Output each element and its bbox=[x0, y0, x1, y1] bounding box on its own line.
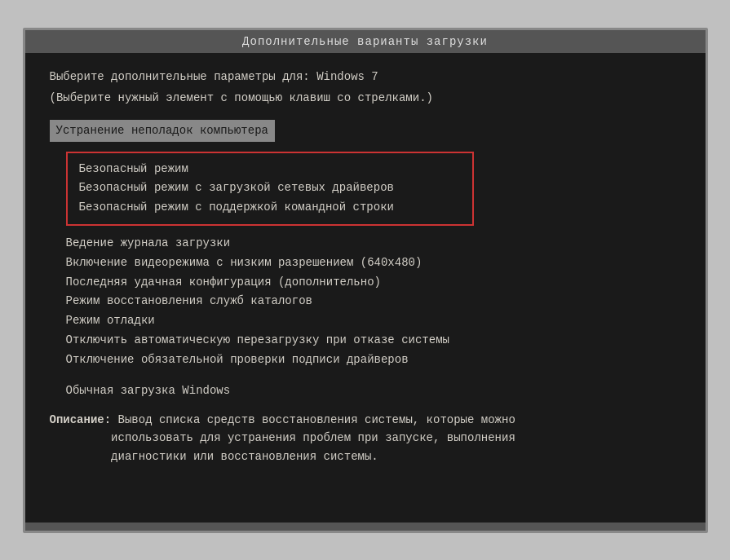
highlighted-menu-item[interactable]: Устранение неполадок компьютера bbox=[50, 120, 275, 141]
safe-mode-section: Безопасный режим Безопасный режим с загр… bbox=[66, 152, 474, 226]
title-bar: Дополнительные варианты загрузки bbox=[25, 30, 706, 53]
menu-list: Ведение журнала загрузки Включение видео… bbox=[66, 234, 681, 370]
normal-boot-item[interactable]: Обычная загрузка Windows bbox=[66, 381, 681, 399]
menu-item-0[interactable]: Ведение журнала загрузки bbox=[66, 234, 681, 254]
subtitle-text: Выберите дополнительные параметры для: W… bbox=[50, 68, 681, 86]
menu-item-4[interactable]: Режим отладки bbox=[66, 311, 681, 331]
description-label: Описание: bbox=[50, 413, 112, 426]
menu-item-3[interactable]: Режим восстановления служб каталогов bbox=[66, 292, 681, 311]
safe-mode-item-2[interactable]: Безопасный режим с загрузкой сетевых дра… bbox=[79, 179, 461, 198]
safe-mode-item-3[interactable]: Безопасный режим с поддержкой командной … bbox=[79, 198, 461, 218]
description-block: Описание: Вывод списка средств восстанов… bbox=[50, 411, 681, 465]
title-text: Дополнительные варианты загрузки bbox=[242, 35, 488, 48]
menu-item-5[interactable]: Отключить автоматическую перезагрузку пр… bbox=[66, 331, 681, 351]
menu-item-2[interactable]: Последняя удачная конфигурация (дополнит… bbox=[66, 273, 681, 293]
menu-item-1[interactable]: Включение видеорежима с низким разрешени… bbox=[66, 254, 681, 273]
instruction-text: (Выберите нужный элемент с помощью клави… bbox=[50, 89, 681, 107]
menu-item-6[interactable]: Отключение обязательной проверки подписи… bbox=[66, 351, 681, 370]
description-text: Вывод списка средств восстановления сист… bbox=[50, 413, 515, 463]
safe-mode-item-1[interactable]: Безопасный режим bbox=[79, 160, 461, 179]
boot-menu-frame: Дополнительные варианты загрузки Выберит… bbox=[23, 28, 708, 533]
content-area: Выберите дополнительные параметры для: W… bbox=[25, 53, 706, 523]
bottom-scrollbar bbox=[25, 523, 706, 531]
